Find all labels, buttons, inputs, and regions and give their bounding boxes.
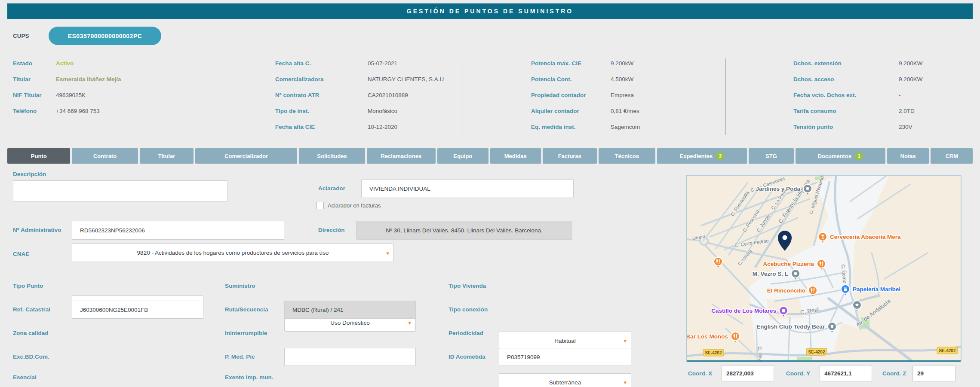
poi-label: El Rinconcillo [767,287,805,294]
tab-expedientes[interactable]: Expedientes3 [657,148,747,164]
tab-label: Equipo [453,153,472,159]
coord-y-input[interactable]: 4672621,1 [820,365,872,381]
cups-value-pill[interactable]: ES0357000000000002PC [49,27,161,45]
summary-col1-label: Estado [13,60,32,67]
summary-col2-label: Fecha alta C. [275,60,311,67]
cnae-label: CNAE [13,251,29,257]
tab-documentos[interactable]: Documentos1 [796,148,885,164]
summary-col2-value: 05-07-2021 [368,60,397,67]
tab-bar: PuntoContratoTitularComercializadorSolic… [7,148,973,164]
id-acometida-field[interactable]: P035719099 [499,348,631,366]
road-badge: SE-4202 [937,347,958,354]
tab-label: Titular [158,153,175,159]
school-icon [856,305,858,306]
castle-icon [782,310,785,312]
generic-poi-icon [794,272,797,275]
tab-label: Contrato [93,153,117,159]
tab-titular[interactable]: Titular [140,148,194,164]
tab-reclamaciones[interactable]: Reclamaciones [367,148,436,164]
generic-poi-icon [806,187,809,190]
direccion-value: Nº 30, Llinars Del Vallès. 8450. Llinars… [386,227,543,234]
drink-icon [823,237,823,238]
tipo-punto-label: Tipo Punto [13,283,43,289]
coord-x-label: Coord. X [688,370,712,377]
ruta-secuencia-label: Ruta/Secuencia [225,306,268,313]
tab-contrato[interactable]: Contrato [72,148,138,164]
id-acometida-value: P035719099 [507,354,540,360]
poi-label: M. Vezro S. L [753,271,788,277]
n-administrativo-field[interactable]: RD5602323NP56232006 [72,221,284,240]
tab-label: Técnicos [615,153,639,159]
tab-punto[interactable]: Punto [7,148,70,164]
tab-label: Punto [31,153,47,159]
tipo-conexion-label: Tipo conexión [449,306,488,313]
aclarador-en-facturas-checkbox[interactable] [316,202,324,209]
direccion-label: Dirección [318,227,345,233]
supply-point-page: GESTIÓN DE PUNTOS DE SUMINISTRO CUPS ES0… [0,0,980,387]
aclarador-facturas-row: Aclarador en facturas [316,202,381,209]
summary-col4-value: - [899,92,901,98]
summary-col2-value: Monofásico [368,108,397,114]
tab-equipo[interactable]: Equipo [437,148,488,164]
tab-label: Notas [900,153,916,159]
map-park [797,357,812,360]
tipo-vivienda-label: Tipo Vivienda [449,283,486,289]
tipo-vivienda-field[interactable]: Habitual▾ [499,332,631,350]
summary-col4-label: Fecha vcto. Dchos ext. [793,92,856,98]
aclarador-field[interactable]: VIVIENDA INDIVIDUAL [361,179,574,198]
summary-col3-label: Potencia Cont. [531,76,572,82]
ref-catastral-field[interactable]: J60300600NG25E0001FB [72,301,203,319]
tab-badge: 3 [716,152,724,160]
tab-te-cnicos[interactable]: Técnicos [599,148,655,164]
cnae-field[interactable]: 9820 - Actividades de los hogares como p… [72,244,394,262]
poi-label: Castillo de Los Molares [711,308,776,314]
page-title-bar: GESTIÓN DE PUNTOS DE SUMINISTRO [7,3,973,19]
summary-col4-value: 2.0TD [899,108,915,114]
poi-label: Jardines y Poda [756,186,800,192]
ref-catastral-value: J60300600NG25E0001FB [80,307,148,313]
exc-bd-com-label: Exc.BD.Com. [13,353,49,360]
tab-stg[interactable]: STG [749,148,794,164]
poi-label: Papelería Maribel [853,286,900,293]
map-street [756,325,757,360]
poi-label: English Club Teddy Bear [756,323,825,330]
tab-solicitudes[interactable]: Solicitudes [299,148,365,164]
tab-facturas[interactable]: Facturas [543,148,596,164]
tab-badge: 1 [855,152,863,160]
poi-label: Acebuche Pizzería [763,261,814,267]
castle-icon [784,309,785,310]
tab-comercializador[interactable]: Comercializador [195,148,297,164]
road-badge-label: SE-4202 [939,348,956,353]
map-canvas[interactable]: SE-4202SE-4202SE-4202C. los CaseronesC. … [687,176,961,360]
suministro-value: Uso Doméstico [320,320,380,326]
coord-y-label: Coord. Y [786,370,810,377]
p-med-pic-label: P. Med. Pic [225,353,255,360]
p-med-pic-field[interactable] [284,348,416,366]
castle-icon [783,309,784,310]
summary-col4-value: 9.200KW [899,76,923,82]
coord-x-input[interactable]: 28272,003 [722,365,774,381]
tab-notas[interactable]: Notas [887,148,929,164]
tab-label: Documentos [817,153,851,159]
summary-col3-label: Alquiler contador [531,108,579,114]
summary-divider [198,58,198,135]
coord-z-input[interactable]: 29 [912,365,955,381]
drink-icon [822,238,824,238]
cnae-value: 9820 - Actividades de los hogares como p… [127,250,339,256]
poi-pin-circle [731,332,740,341]
descripcion-field[interactable] [13,180,228,202]
dropdown-caret-icon: ▾ [386,250,389,256]
summary-col1-label: NIF Titular [13,92,42,98]
summary-col4-label: Tarifa consumo [793,108,836,114]
tipo-conexion-field[interactable]: Subterránea▾ [499,373,631,387]
tab-crm[interactable]: CRM [931,148,973,164]
road-badge: SE-4202 [806,348,827,355]
page-title: GESTIÓN DE PUNTOS DE SUMINISTRO [407,8,573,15]
poi-pin-circle [817,259,826,268]
tab-medidas[interactable]: Medidas [490,148,541,164]
tab-label: Medidas [504,153,527,159]
map-widget[interactable]: SE-4202SE-4202SE-4202C. los CaseronesC. … [686,175,962,362]
dropdown-caret-icon: ▾ [624,338,627,344]
summary-col3-value: 4.500kW [611,76,633,82]
direccion-field: Nº 30, Llinars Del Vallès. 8450. Llinars… [356,221,572,240]
